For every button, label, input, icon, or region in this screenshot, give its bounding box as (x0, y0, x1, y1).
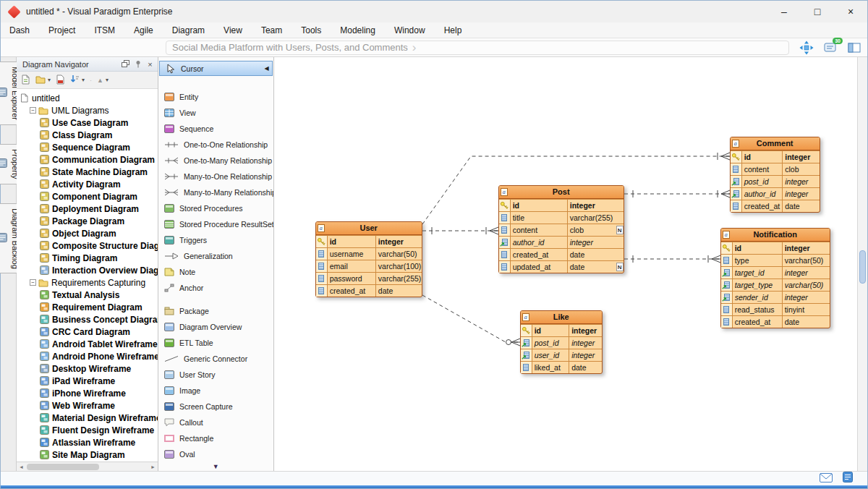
tool-rectangle[interactable]: Rectangle (158, 430, 273, 446)
collapse-expander-icon[interactable]: − (30, 107, 36, 114)
entity-field-id[interactable]: idinteger (721, 242, 830, 254)
tool-package[interactable]: Package (158, 303, 273, 319)
tree-item-web-wireframe[interactable]: Web Wireframe (17, 399, 158, 412)
tree-item-desktop-wireframe[interactable]: Desktop Wireframe (17, 362, 158, 375)
entity-field-sender_id[interactable]: sender_idinteger (721, 291, 830, 303)
tool-screen-capture[interactable]: Screen Capture (158, 399, 273, 414)
tool-image[interactable]: Image (158, 383, 273, 399)
menu-diagram[interactable]: Diagram (172, 25, 205, 35)
minimize-button[interactable]: – (767, 1, 801, 22)
entity-header[interactable]: aUser (316, 222, 422, 235)
menu-help[interactable]: Help (444, 25, 462, 35)
sort-dropdown-icon[interactable]: ▾ (82, 77, 85, 83)
tree-folder-requirements-capturing[interactable]: −Requirements Capturing (17, 276, 158, 289)
entity-field-email[interactable]: emailvarchar(100) (316, 260, 422, 272)
tree-folder-uml-diagrams[interactable]: −UML Diagrams (17, 104, 158, 116)
collapse-expander-icon[interactable]: − (30, 279, 36, 286)
menu-view[interactable]: View (224, 25, 242, 35)
entity-field-created_at[interactable]: created_atdate (731, 200, 820, 212)
whats-new-icon[interactable]: 30 (824, 41, 838, 54)
tree-item-package-diagram[interactable]: Package Diagram (17, 215, 158, 227)
tree-item-site-map-diagram[interactable]: Site Map Diagram (17, 448, 158, 461)
menu-itsm[interactable]: ITSM (94, 25, 115, 35)
more-dropdown-icon[interactable]: ▾ (106, 77, 109, 83)
collapse-palette-icon[interactable]: ◀ (265, 65, 269, 72)
entity-header[interactable]: aPost (499, 186, 624, 199)
maximize-button[interactable]: □ (801, 1, 834, 22)
tool-generalization[interactable]: Generalization (158, 248, 273, 264)
tool-oval[interactable]: Oval (158, 446, 273, 462)
menu-modeling[interactable]: Modeling (340, 25, 375, 35)
navigator-hscrollbar[interactable]: ◄ ► (17, 462, 158, 471)
menu-project[interactable]: Project (48, 25, 75, 35)
tool-entity[interactable]: Entity (158, 89, 273, 105)
tree-item-android-phone-wireframe[interactable]: Android Phone Wireframe (17, 350, 158, 362)
entity-field-target_id[interactable]: target_idinteger (721, 266, 830, 278)
entity-field-password[interactable]: passwordvarchar(255) (316, 272, 422, 284)
menu-dash[interactable]: Dash (9, 25, 30, 35)
canvas-vscrollbar[interactable] (857, 57, 867, 471)
close-button[interactable]: × (834, 1, 867, 22)
entity-header[interactable]: aLike (521, 311, 602, 324)
open-dropdown-icon[interactable]: ▾ (48, 77, 51, 83)
tool-diagram-overview[interactable]: Diagram Overview (158, 319, 273, 335)
entity-field-author_id[interactable]: author_idinteger (499, 236, 624, 248)
close-panel-icon[interactable]: × (145, 60, 155, 69)
vscroll-thumb[interactable] (859, 250, 866, 284)
entity-field-id[interactable]: idinteger (316, 235, 422, 247)
tree-item-use-case-diagram[interactable]: Use Case Diagram (17, 116, 158, 129)
messages-icon[interactable] (820, 472, 833, 485)
tree-item-crc-card-diagram[interactable]: CRC Card Diagram (17, 326, 158, 338)
entity-field-id[interactable]: idinteger (499, 199, 624, 211)
sort-diagram-icon[interactable] (70, 75, 80, 85)
tree-item-composite-structure-diagram[interactable]: Composite Structure Diagram (17, 239, 158, 252)
tree-item-class-diagram[interactable]: Class Diagram (17, 129, 158, 141)
tool-note[interactable]: Note (158, 264, 273, 280)
entity-header[interactable]: aComment (731, 137, 820, 150)
tree-item-interaction-overview-diagram[interactable]: Interaction Overview Diagram (17, 264, 158, 276)
entity-field-id[interactable]: idinteger (731, 150, 820, 163)
tree-item-material-design-wireframe[interactable]: Material Design Wireframe (17, 412, 158, 424)
tool-user-story[interactable]: User Story (158, 367, 273, 383)
tool-etl-table[interactable]: ETL Table (158, 335, 273, 351)
export-pdf-icon[interactable] (56, 75, 65, 86)
float-panel-icon[interactable] (121, 60, 130, 68)
entity-field-created_at[interactable]: created_atdate (316, 284, 422, 297)
new-diagram-icon[interactable] (21, 75, 30, 86)
entity-field-id[interactable]: idinteger (521, 324, 602, 336)
tree-item-object-diagram[interactable]: Object Diagram (17, 227, 158, 239)
entity-field-content[interactable]: contentclobN (499, 224, 624, 236)
tree-item-ipad-wireframe[interactable]: iPad Wireframe (17, 375, 158, 387)
menu-tools[interactable]: Tools (301, 25, 321, 35)
tree-item-requirement-diagram[interactable]: Requirement Diagram (17, 301, 158, 313)
diagram-canvas[interactable]: aUseridintegerusernamevarchar(50)emailva… (274, 57, 857, 471)
menu-window[interactable]: Window (394, 25, 425, 35)
tool-anchor[interactable]: Anchor (158, 280, 273, 296)
tree-item-deployment-diagram[interactable]: Deployment Diagram (17, 203, 158, 215)
pin-panel-icon[interactable] (133, 60, 142, 68)
entity-field-liked_at[interactable]: liked_atdate (521, 361, 602, 373)
menu-agile[interactable]: Agile (134, 25, 153, 35)
entity-field-post_id[interactable]: post_idinteger (731, 175, 820, 187)
tree-item-timing-diagram[interactable]: Timing Diagram (17, 252, 158, 264)
entity-field-type[interactable]: typevarchar(50) (721, 254, 830, 266)
tree-item-fluent-design-wireframe[interactable]: Fluent Design Wireframe (17, 424, 158, 436)
entity-field-user_id[interactable]: user_idinteger (521, 349, 602, 361)
entity-field-target_type[interactable]: target_typevarchar(50) (721, 278, 830, 291)
tree-item-communication-diagram[interactable]: Communication Diagram (17, 153, 158, 166)
tree-item-atlassian-wireframe[interactable]: Atlassian Wireframe (17, 436, 158, 448)
entity-field-title[interactable]: titlevarchar(255) (499, 211, 624, 224)
palette-scroll-down-icon[interactable]: ▼ (213, 463, 219, 470)
entity-field-content[interactable]: contentclob (731, 163, 820, 175)
tree-item-iphone-wireframe[interactable]: iPhone Wireframe (17, 387, 158, 399)
tool-many-to-one-relationship[interactable]: Many-to-One Relationship (158, 169, 273, 184)
tree-item-textual-analysis[interactable]: Textual Analysis (17, 289, 158, 301)
report-icon[interactable] (843, 472, 853, 485)
tool-triggers[interactable]: Triggers (158, 232, 273, 248)
menu-team[interactable]: Team (261, 25, 282, 35)
tree-item-untitled[interactable]: untitled (17, 92, 158, 104)
scroll-right-icon[interactable]: ► (148, 462, 158, 471)
entity-field-username[interactable]: usernamevarchar(50) (316, 247, 422, 260)
toggle-panel-icon[interactable] (848, 42, 861, 54)
tree-item-android-tablet-wireframe[interactable]: Android Tablet Wireframe (17, 338, 158, 350)
